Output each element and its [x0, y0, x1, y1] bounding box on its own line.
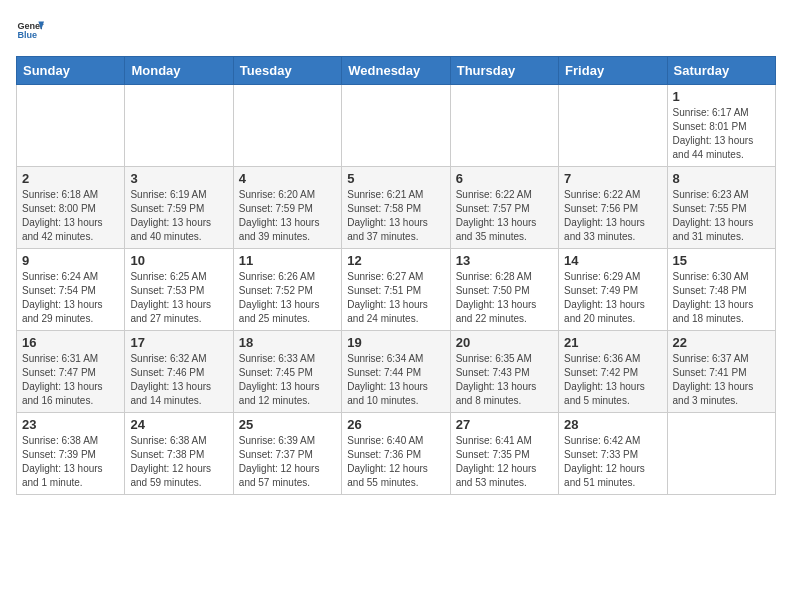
- day-info: Sunrise: 6:26 AM Sunset: 7:52 PM Dayligh…: [239, 270, 336, 326]
- calendar-table: SundayMondayTuesdayWednesdayThursdayFrid…: [16, 56, 776, 495]
- day-info: Sunrise: 6:34 AM Sunset: 7:44 PM Dayligh…: [347, 352, 444, 408]
- day-number: 1: [673, 89, 770, 104]
- calendar-week-5: 23Sunrise: 6:38 AM Sunset: 7:39 PM Dayli…: [17, 413, 776, 495]
- calendar-cell: 19Sunrise: 6:34 AM Sunset: 7:44 PM Dayli…: [342, 331, 450, 413]
- weekday-header-wednesday: Wednesday: [342, 57, 450, 85]
- calendar-cell: 22Sunrise: 6:37 AM Sunset: 7:41 PM Dayli…: [667, 331, 775, 413]
- calendar-week-4: 16Sunrise: 6:31 AM Sunset: 7:47 PM Dayli…: [17, 331, 776, 413]
- weekday-header-monday: Monday: [125, 57, 233, 85]
- calendar-cell: 26Sunrise: 6:40 AM Sunset: 7:36 PM Dayli…: [342, 413, 450, 495]
- day-info: Sunrise: 6:21 AM Sunset: 7:58 PM Dayligh…: [347, 188, 444, 244]
- calendar-cell: 5Sunrise: 6:21 AM Sunset: 7:58 PM Daylig…: [342, 167, 450, 249]
- day-number: 8: [673, 171, 770, 186]
- day-number: 20: [456, 335, 553, 350]
- day-number: 9: [22, 253, 119, 268]
- weekday-header-friday: Friday: [559, 57, 667, 85]
- day-info: Sunrise: 6:25 AM Sunset: 7:53 PM Dayligh…: [130, 270, 227, 326]
- logo: General Blue: [16, 16, 44, 44]
- calendar-week-3: 9Sunrise: 6:24 AM Sunset: 7:54 PM Daylig…: [17, 249, 776, 331]
- day-number: 19: [347, 335, 444, 350]
- calendar-cell: [559, 85, 667, 167]
- calendar-cell: 3Sunrise: 6:19 AM Sunset: 7:59 PM Daylig…: [125, 167, 233, 249]
- day-info: Sunrise: 6:35 AM Sunset: 7:43 PM Dayligh…: [456, 352, 553, 408]
- calendar-cell: 4Sunrise: 6:20 AM Sunset: 7:59 PM Daylig…: [233, 167, 341, 249]
- calendar-cell: 11Sunrise: 6:26 AM Sunset: 7:52 PM Dayli…: [233, 249, 341, 331]
- day-info: Sunrise: 6:36 AM Sunset: 7:42 PM Dayligh…: [564, 352, 661, 408]
- day-info: Sunrise: 6:30 AM Sunset: 7:48 PM Dayligh…: [673, 270, 770, 326]
- calendar-cell: [342, 85, 450, 167]
- calendar-cell: [233, 85, 341, 167]
- calendar-cell: 1Sunrise: 6:17 AM Sunset: 8:01 PM Daylig…: [667, 85, 775, 167]
- calendar-cell: 24Sunrise: 6:38 AM Sunset: 7:38 PM Dayli…: [125, 413, 233, 495]
- day-number: 26: [347, 417, 444, 432]
- day-info: Sunrise: 6:24 AM Sunset: 7:54 PM Dayligh…: [22, 270, 119, 326]
- calendar-cell: 14Sunrise: 6:29 AM Sunset: 7:49 PM Dayli…: [559, 249, 667, 331]
- weekday-header-saturday: Saturday: [667, 57, 775, 85]
- calendar-cell: 20Sunrise: 6:35 AM Sunset: 7:43 PM Dayli…: [450, 331, 558, 413]
- day-info: Sunrise: 6:41 AM Sunset: 7:35 PM Dayligh…: [456, 434, 553, 490]
- calendar-cell: 6Sunrise: 6:22 AM Sunset: 7:57 PM Daylig…: [450, 167, 558, 249]
- calendar-cell: 21Sunrise: 6:36 AM Sunset: 7:42 PM Dayli…: [559, 331, 667, 413]
- day-info: Sunrise: 6:40 AM Sunset: 7:36 PM Dayligh…: [347, 434, 444, 490]
- day-number: 15: [673, 253, 770, 268]
- day-info: Sunrise: 6:42 AM Sunset: 7:33 PM Dayligh…: [564, 434, 661, 490]
- calendar-cell: 8Sunrise: 6:23 AM Sunset: 7:55 PM Daylig…: [667, 167, 775, 249]
- day-number: 13: [456, 253, 553, 268]
- calendar-cell: 9Sunrise: 6:24 AM Sunset: 7:54 PM Daylig…: [17, 249, 125, 331]
- calendar-cell: 12Sunrise: 6:27 AM Sunset: 7:51 PM Dayli…: [342, 249, 450, 331]
- day-info: Sunrise: 6:17 AM Sunset: 8:01 PM Dayligh…: [673, 106, 770, 162]
- day-info: Sunrise: 6:31 AM Sunset: 7:47 PM Dayligh…: [22, 352, 119, 408]
- day-info: Sunrise: 6:23 AM Sunset: 7:55 PM Dayligh…: [673, 188, 770, 244]
- day-info: Sunrise: 6:38 AM Sunset: 7:39 PM Dayligh…: [22, 434, 119, 490]
- calendar-cell: 23Sunrise: 6:38 AM Sunset: 7:39 PM Dayli…: [17, 413, 125, 495]
- day-info: Sunrise: 6:20 AM Sunset: 7:59 PM Dayligh…: [239, 188, 336, 244]
- calendar-week-2: 2Sunrise: 6:18 AM Sunset: 8:00 PM Daylig…: [17, 167, 776, 249]
- calendar-cell: 17Sunrise: 6:32 AM Sunset: 7:46 PM Dayli…: [125, 331, 233, 413]
- calendar-cell: 27Sunrise: 6:41 AM Sunset: 7:35 PM Dayli…: [450, 413, 558, 495]
- calendar-cell: 16Sunrise: 6:31 AM Sunset: 7:47 PM Dayli…: [17, 331, 125, 413]
- day-info: Sunrise: 6:33 AM Sunset: 7:45 PM Dayligh…: [239, 352, 336, 408]
- day-number: 3: [130, 171, 227, 186]
- calendar-cell: 2Sunrise: 6:18 AM Sunset: 8:00 PM Daylig…: [17, 167, 125, 249]
- day-number: 6: [456, 171, 553, 186]
- day-info: Sunrise: 6:22 AM Sunset: 7:56 PM Dayligh…: [564, 188, 661, 244]
- day-number: 22: [673, 335, 770, 350]
- calendar-cell: 7Sunrise: 6:22 AM Sunset: 7:56 PM Daylig…: [559, 167, 667, 249]
- weekday-header-tuesday: Tuesday: [233, 57, 341, 85]
- day-number: 25: [239, 417, 336, 432]
- day-number: 12: [347, 253, 444, 268]
- calendar-cell: 13Sunrise: 6:28 AM Sunset: 7:50 PM Dayli…: [450, 249, 558, 331]
- logo-icon: General Blue: [16, 16, 44, 44]
- svg-text:Blue: Blue: [17, 30, 37, 40]
- day-info: Sunrise: 6:39 AM Sunset: 7:37 PM Dayligh…: [239, 434, 336, 490]
- day-number: 24: [130, 417, 227, 432]
- day-number: 18: [239, 335, 336, 350]
- day-number: 5: [347, 171, 444, 186]
- day-number: 14: [564, 253, 661, 268]
- day-number: 7: [564, 171, 661, 186]
- weekday-header-sunday: Sunday: [17, 57, 125, 85]
- day-info: Sunrise: 6:19 AM Sunset: 7:59 PM Dayligh…: [130, 188, 227, 244]
- calendar-cell: 28Sunrise: 6:42 AM Sunset: 7:33 PM Dayli…: [559, 413, 667, 495]
- calendar-cell: [450, 85, 558, 167]
- day-info: Sunrise: 6:28 AM Sunset: 7:50 PM Dayligh…: [456, 270, 553, 326]
- calendar-week-1: 1Sunrise: 6:17 AM Sunset: 8:01 PM Daylig…: [17, 85, 776, 167]
- calendar-cell: 25Sunrise: 6:39 AM Sunset: 7:37 PM Dayli…: [233, 413, 341, 495]
- day-info: Sunrise: 6:37 AM Sunset: 7:41 PM Dayligh…: [673, 352, 770, 408]
- day-info: Sunrise: 6:18 AM Sunset: 8:00 PM Dayligh…: [22, 188, 119, 244]
- day-number: 23: [22, 417, 119, 432]
- weekday-header-row: SundayMondayTuesdayWednesdayThursdayFrid…: [17, 57, 776, 85]
- weekday-header-thursday: Thursday: [450, 57, 558, 85]
- calendar-cell: [667, 413, 775, 495]
- day-info: Sunrise: 6:22 AM Sunset: 7:57 PM Dayligh…: [456, 188, 553, 244]
- day-number: 11: [239, 253, 336, 268]
- day-number: 17: [130, 335, 227, 350]
- day-info: Sunrise: 6:32 AM Sunset: 7:46 PM Dayligh…: [130, 352, 227, 408]
- calendar-cell: [17, 85, 125, 167]
- day-number: 27: [456, 417, 553, 432]
- day-number: 16: [22, 335, 119, 350]
- day-info: Sunrise: 6:27 AM Sunset: 7:51 PM Dayligh…: [347, 270, 444, 326]
- day-number: 4: [239, 171, 336, 186]
- calendar-cell: 18Sunrise: 6:33 AM Sunset: 7:45 PM Dayli…: [233, 331, 341, 413]
- day-number: 28: [564, 417, 661, 432]
